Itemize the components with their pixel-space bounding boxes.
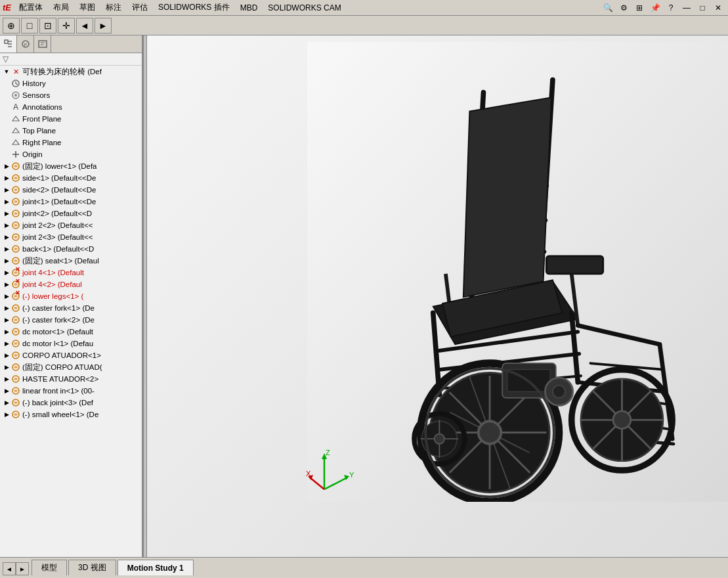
tree-arrow-joint4-2: ▶	[3, 279, 11, 290]
tree-icon-lower-legs1: ✕	[11, 291, 21, 301]
toolbar-prev-btn[interactable]: ◄	[76, 18, 93, 33]
menu-item-sketch[interactable]: 草图	[74, 1, 100, 14]
viewport-bg: Z Y X	[147, 35, 728, 557]
tree-label-annotations: Annotations	[22, 103, 62, 111]
tree-icon-joint4-2: ✕	[11, 279, 21, 290]
tree-item-seat1[interactable]: ▶ (固定) seat<1> (Defaul	[0, 255, 142, 267]
tree-item-dc-motor1[interactable]: ▶ dc motor<1> (Default	[0, 326, 142, 338]
tree-item-small-wheel1[interactable]: ▶ (-) small wheel<1> (De	[0, 409, 142, 420]
sidebar-tab-featuretree[interactable]	[0, 35, 17, 53]
tree-icon-corpo-fixed	[11, 362, 21, 372]
tree-icon-lower1	[11, 161, 21, 171]
main-layout: P ▽ ▼ ✕ 可转换为床的轮椅 (Def ▶ Hist	[0, 35, 728, 557]
tree-item-lower1[interactable]: ▶ (固定) lower<1> (Defa	[0, 160, 142, 172]
tree-item-front-plane[interactable]: ▶ Front Plane	[0, 113, 142, 125]
window-close-icon[interactable]: ✕	[711, 1, 725, 15]
window-max-icon[interactable]: □	[695, 1, 710, 15]
svg-point-90	[553, 386, 565, 398]
search-icon[interactable]: 🔍	[601, 1, 615, 15]
sidebar-tab-properties[interactable]: P	[17, 35, 34, 53]
svg-marker-50	[463, 97, 551, 297]
model-3d	[298, 42, 728, 502]
tree-item-haste2[interactable]: ▶ HASTE ATUADOR<2>	[0, 373, 142, 385]
tree-label-joint4-2: joint 4<2> (Defaul	[22, 280, 82, 288]
tree-icon-side2	[11, 185, 21, 195]
tree-icon-caster-fork2	[11, 315, 21, 325]
help-icon[interactable]: ?	[664, 1, 678, 15]
tree-icon-joint4-1: ✕	[11, 267, 21, 278]
tree-item-root[interactable]: ▼ ✕ 可转换为床的轮椅 (Def	[0, 66, 142, 78]
tree-arrow-corpo-fixed: ▶	[3, 362, 11, 372]
tree-item-right-plane[interactable]: ▶ Right Plane	[0, 137, 142, 148]
tree-label-caster-fork2: (-) caster fork<2> (De	[22, 316, 95, 324]
tree-arrow-haste2: ▶	[3, 374, 11, 384]
menu-item-sw-cam[interactable]: SOLIDWORKS CAM	[263, 2, 346, 14]
tree-item-linear-front[interactable]: ▶ linear front in<1> (00-	[0, 385, 142, 397]
tree-item-joint4-1[interactable]: ▶ ✕ joint 4<1> (Default	[0, 267, 142, 278]
toolbar-plus-btn[interactable]: ✛	[58, 18, 75, 33]
tree-item-caster-fork2[interactable]: ▶ (-) caster fork<2> (De	[0, 314, 142, 326]
toolbar-copy-btn[interactable]: □	[21, 18, 38, 33]
tree-arrow-seat1: ▶	[3, 256, 11, 266]
tree-item-lower-legs1[interactable]: ▶ ✕ (-) lower legs<1> (	[0, 290, 142, 302]
sidebar-tab-config[interactable]	[34, 35, 51, 53]
tree-icon-dc-motor-l1	[11, 338, 21, 349]
nav-arrow-left[interactable]: ◄	[3, 562, 16, 575]
menu-item-layout[interactable]: 布局	[48, 1, 74, 14]
tree-item-joint2-2[interactable]: ▶ joint 2<2> (Default<<	[0, 219, 142, 231]
toolbar: ⊕ □ ⊡ ✛ ◄ ►	[0, 16, 728, 35]
tree-label-joint2-3: joint 2<3> (Default<<	[22, 233, 93, 241]
menu-item-sw-plugin[interactable]: SOLIDWORKS 插件	[153, 1, 235, 14]
menu-item-annotation[interactable]: 标注	[100, 1, 127, 14]
tab-3d-view[interactable]: 3D 视图	[68, 560, 116, 575]
tree-item-corpo1[interactable]: ▶ CORPO ATUADOR<1>	[0, 349, 142, 361]
tree-label-front-plane: Front Plane	[22, 115, 61, 123]
tree-item-side2[interactable]: ▶ side<2> (Default<<De	[0, 184, 142, 196]
tree-label-dc-motor-l1: dc motor l<1> (Defau	[22, 340, 93, 347]
tree-arrow-side2: ▶	[3, 185, 11, 195]
tree-item-top-plane[interactable]: ▶ Top Plane	[0, 125, 142, 137]
pin-icon[interactable]: 📌	[648, 1, 662, 15]
svg-rect-6	[39, 41, 47, 47]
tree-item-dc-motor-l1[interactable]: ▶ dc motor l<1> (Defau	[0, 338, 142, 349]
tree-item-joint2[interactable]: ▶ joint<2> (Default<<D	[0, 208, 142, 219]
tree-label-haste2: HASTE ATUADOR<2>	[22, 375, 98, 383]
tree-label-sensors: Sensors	[22, 91, 50, 99]
options-icon[interactable]: ⚙	[616, 1, 631, 15]
svg-line-96	[324, 478, 347, 489]
expand-icon[interactable]: ⊞	[632, 1, 647, 15]
tree-item-joint4-2[interactable]: ▶ ✕ joint 4<2> (Defaul	[0, 278, 142, 290]
tree-item-joint1[interactable]: ▶ joint<1> (Default<<De	[0, 196, 142, 208]
tree-item-joint2-3[interactable]: ▶ joint 2<3> (Default<<	[0, 231, 142, 243]
tree-item-side1[interactable]: ▶ side<1> (Default<<De	[0, 172, 142, 184]
tree-item-sensors[interactable]: ▶ Sensors	[0, 89, 142, 101]
tree-item-caster-fork1[interactable]: ▶ (-) caster fork<1> (De	[0, 302, 142, 314]
tree-icon-origin	[11, 149, 21, 160]
window-min-icon[interactable]: —	[679, 1, 694, 15]
tree-label-side2: side<2> (Default<<De	[22, 186, 96, 194]
svg-point-86	[435, 434, 444, 443]
toolbar-home-btn[interactable]: ⊕	[3, 18, 20, 33]
tab-motion-study-1[interactable]: Motion Study 1	[118, 560, 194, 575]
menu-item-mbd[interactable]: MBD	[235, 2, 263, 14]
tree-item-corpo-fixed[interactable]: ▶ (固定) CORPO ATUAD(	[0, 361, 142, 373]
tree-item-back-joint3[interactable]: ▶ (-) back joint<3> (Def	[0, 397, 142, 409]
nav-arrow-right[interactable]: ►	[16, 562, 29, 575]
tree-item-annotations[interactable]: ▶ A Annotations	[0, 101, 142, 113]
tree-label-joint4-1: joint 4<1> (Default	[22, 269, 84, 277]
toolbar-paste-btn[interactable]: ⊡	[39, 18, 56, 33]
tree-icon-seat1	[11, 256, 21, 266]
tree-item-origin[interactable]: ▶ Origin	[0, 148, 142, 160]
menu-item-configure[interactable]: 配置体	[14, 1, 48, 14]
tree-label-corpo-fixed: (固定) CORPO ATUAD(	[22, 363, 102, 372]
tree-item-back1[interactable]: ▶ back<1> (Default<<D	[0, 243, 142, 255]
tree-item-history[interactable]: ▶ History	[0, 78, 142, 89]
tab-model[interactable]: 模型	[32, 560, 67, 575]
toolbar-next-btn[interactable]: ►	[95, 18, 112, 33]
tree-arrow-linear-front: ▶	[3, 386, 11, 396]
menu-item-evaluate[interactable]: 评估	[127, 1, 153, 14]
svg-marker-16	[12, 140, 19, 144]
tree-label-dc-motor1: dc motor<1> (Default	[22, 328, 93, 336]
svg-text:Y: Y	[349, 471, 354, 479]
viewport[interactable]: Z Y X	[147, 35, 728, 557]
